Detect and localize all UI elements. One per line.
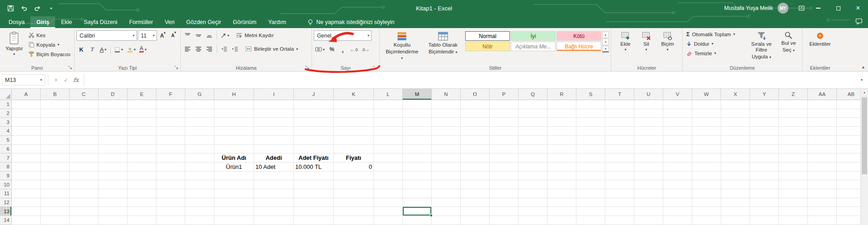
cell-Q13[interactable] bbox=[519, 207, 547, 216]
cell-U8[interactable] bbox=[634, 163, 663, 172]
cell-N7[interactable] bbox=[432, 153, 461, 163]
cell-E6[interactable] bbox=[127, 145, 156, 154]
maximize-button[interactable] bbox=[828, 0, 848, 16]
cell-H1[interactable] bbox=[214, 100, 254, 109]
cell-D4[interactable] bbox=[99, 127, 127, 136]
cell-F10[interactable] bbox=[156, 180, 185, 189]
cell-AA11[interactable] bbox=[808, 189, 837, 198]
cell-G10[interactable] bbox=[185, 180, 214, 189]
cell-G12[interactable] bbox=[185, 198, 214, 207]
cell-R10[interactable] bbox=[547, 180, 576, 189]
cell-K12[interactable] bbox=[334, 198, 374, 207]
row-header-9[interactable]: 9 bbox=[0, 172, 12, 181]
cell-P8[interactable] bbox=[490, 163, 519, 172]
cell-D12[interactable] bbox=[99, 198, 127, 207]
cell-U1[interactable] bbox=[634, 100, 663, 109]
cell-T13[interactable] bbox=[605, 207, 634, 216]
cell-C2[interactable] bbox=[70, 109, 99, 118]
cell-H6[interactable] bbox=[214, 145, 254, 154]
cell-B8[interactable] bbox=[41, 163, 70, 172]
cell-I4[interactable] bbox=[254, 127, 294, 136]
cell-V5[interactable] bbox=[663, 136, 692, 145]
cell-G9[interactable] bbox=[185, 172, 214, 181]
cut-button[interactable]: Kes bbox=[27, 30, 72, 40]
cell-R7[interactable] bbox=[547, 153, 576, 163]
cell-Z9[interactable] bbox=[779, 172, 808, 181]
cell-K1[interactable] bbox=[334, 100, 374, 109]
cell-N10[interactable] bbox=[432, 180, 461, 189]
cell-V7[interactable] bbox=[663, 153, 692, 163]
cell-A11[interactable] bbox=[12, 189, 41, 198]
collapse-ribbon-button[interactable]: ▴ bbox=[862, 64, 864, 69]
row-header-5[interactable]: 5 bbox=[0, 136, 12, 145]
cell-R12[interactable] bbox=[547, 198, 576, 207]
cell-P9[interactable] bbox=[490, 172, 519, 181]
cell-M5[interactable] bbox=[403, 136, 432, 145]
cell-G2[interactable] bbox=[185, 109, 214, 118]
cell-J6[interactable] bbox=[294, 145, 334, 154]
cell-W5[interactable] bbox=[692, 136, 721, 145]
cell-O4[interactable] bbox=[461, 127, 490, 136]
gallery-scroll-down-button[interactable]: ▾ bbox=[602, 38, 609, 45]
cell-P11[interactable] bbox=[490, 189, 519, 198]
cell-W1[interactable] bbox=[692, 100, 721, 109]
cell-L8[interactable] bbox=[374, 163, 403, 172]
cell-I14[interactable] bbox=[254, 216, 294, 225]
cell-L9[interactable] bbox=[374, 172, 403, 181]
cell-D7[interactable] bbox=[99, 153, 127, 163]
scrollbar-thumb[interactable] bbox=[862, 97, 867, 174]
cell-H13[interactable] bbox=[214, 207, 254, 216]
column-header-V[interactable]: V bbox=[663, 89, 692, 100]
cell-T7[interactable] bbox=[605, 153, 634, 163]
cell-F1[interactable] bbox=[156, 100, 185, 109]
column-header-O[interactable]: O bbox=[461, 89, 490, 100]
cell-B2[interactable] bbox=[41, 109, 70, 118]
cell-N9[interactable] bbox=[432, 172, 461, 181]
italic-button[interactable]: T bbox=[87, 44, 97, 54]
cell-K3[interactable] bbox=[334, 118, 374, 127]
fill-color-button[interactable]: ▾ bbox=[125, 44, 137, 54]
cell-B11[interactable] bbox=[41, 189, 70, 198]
cell-AA7[interactable] bbox=[808, 153, 837, 163]
cell-J4[interactable] bbox=[294, 127, 334, 136]
cell-U6[interactable] bbox=[634, 145, 663, 154]
cell-M8[interactable] bbox=[403, 163, 432, 172]
cell-W2[interactable] bbox=[692, 109, 721, 118]
cell-A12[interactable] bbox=[12, 198, 41, 207]
cell-E1[interactable] bbox=[127, 100, 156, 109]
column-header-F[interactable]: F bbox=[156, 89, 185, 100]
cell-T4[interactable] bbox=[605, 127, 634, 136]
cell-AB7[interactable] bbox=[837, 153, 860, 163]
cell-V6[interactable] bbox=[663, 145, 692, 154]
cell-S8[interactable] bbox=[576, 163, 605, 172]
addins-button[interactable]: Eklentiler bbox=[804, 29, 836, 49]
cell-AB12[interactable] bbox=[837, 198, 860, 207]
cell-AA12[interactable] bbox=[808, 198, 837, 207]
select-all-button[interactable] bbox=[0, 89, 12, 100]
cell-U10[interactable] bbox=[634, 180, 663, 189]
cell-Q12[interactable] bbox=[519, 198, 547, 207]
cell-AA8[interactable] bbox=[808, 163, 837, 172]
expand-formula-bar-button[interactable]: ▾ bbox=[857, 78, 866, 82]
column-header-Y[interactable]: Y bbox=[750, 89, 779, 100]
cell-H11[interactable] bbox=[214, 189, 254, 198]
column-header-P[interactable]: P bbox=[490, 89, 519, 100]
cell-O10[interactable] bbox=[461, 180, 490, 189]
undo-button[interactable] bbox=[20, 4, 28, 12]
cell-N3[interactable] bbox=[432, 118, 461, 127]
cell-X14[interactable] bbox=[721, 216, 750, 225]
cell-L2[interactable] bbox=[374, 109, 403, 118]
column-header-A[interactable]: A bbox=[12, 89, 41, 100]
underline-button[interactable]: A▾ bbox=[98, 44, 108, 54]
cell-A10[interactable] bbox=[12, 180, 41, 189]
style-kötü[interactable]: Kötü bbox=[557, 31, 601, 41]
row-header-1[interactable]: 1 bbox=[0, 100, 12, 109]
cell-X5[interactable] bbox=[721, 136, 750, 145]
ribbon-display-options-button[interactable] bbox=[795, 0, 808, 16]
cell-B7[interactable] bbox=[41, 153, 70, 163]
cell-J3[interactable] bbox=[294, 118, 334, 127]
find-select-button[interactable]: Bul ve Seç ▾ bbox=[777, 29, 800, 62]
row-header-14[interactable]: 14 bbox=[0, 216, 12, 225]
cell-G11[interactable] bbox=[185, 189, 214, 198]
cell-AA1[interactable] bbox=[808, 100, 837, 109]
